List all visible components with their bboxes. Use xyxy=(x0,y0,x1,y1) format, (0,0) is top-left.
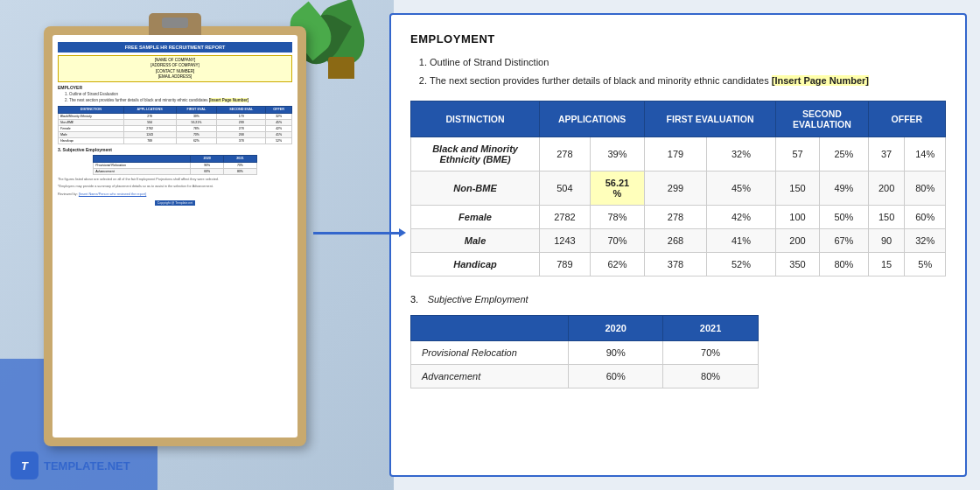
sub-section-header: 3. Subjective Employment xyxy=(410,290,946,306)
cell-distinction: Black and MinorityEthnicity (BME) xyxy=(411,136,540,171)
sub-employment-table: 2020 2021 Provisional Relocation 90% 70%… xyxy=(410,315,759,388)
list-item-1: Outline of Strand Distinction xyxy=(430,56,946,69)
right-panel: EMPLOYMENT Outline of Strand Distinction… xyxy=(389,13,967,477)
sub-section-title: Subjective Employment xyxy=(428,294,528,304)
employment-table: DISTINCTION APPLICATIONS FIRST EVALUATIO… xyxy=(410,101,946,276)
cell-app-pct: 62% xyxy=(590,252,644,276)
cell-app-count: 789 xyxy=(540,252,591,276)
cell-fe-pct: 41% xyxy=(706,228,775,252)
cell-se-pct: 67% xyxy=(819,228,868,252)
doc-subjective: 3. Subjective Employment xyxy=(58,147,292,152)
cell-offer-pct: 14% xyxy=(905,136,946,171)
col-distinction: DISTINCTION xyxy=(411,101,540,136)
table-row: Handicap 789 62% 378 52% 350 80% 15 5% xyxy=(411,252,946,276)
intro-list: Outline of Strand Distinction The next s… xyxy=(410,56,946,88)
doc-sub-table: 2020 2021 Provisional Relocation 90%70% … xyxy=(93,155,257,175)
doc-list-1: 1. Outline of Strand Evaluation xyxy=(65,92,292,97)
col-first-eval: FIRST EVALUATION xyxy=(645,101,776,136)
cell-se-pct: 49% xyxy=(819,171,868,205)
sub-cell-label: Provisional Relocation xyxy=(411,340,569,364)
cell-offer-count: 15 xyxy=(868,252,905,276)
cell-offer-pct: 5% xyxy=(905,252,946,276)
table-row: Female 2782 78% 278 42% 100 50% 150 60% xyxy=(411,205,946,228)
cell-se-count: 200 xyxy=(776,228,820,252)
cell-se-pct: 25% xyxy=(819,136,868,171)
cell-se-count: 150 xyxy=(776,171,820,205)
list-item-2-highlight: [Insert Page Number] xyxy=(772,75,869,86)
logo-icon: T xyxy=(10,452,38,480)
clipboard-clip xyxy=(149,13,201,35)
doc-small-text-2: *Employers may provide a summary of plac… xyxy=(58,185,292,189)
col-second-eval: SECONDEVALUATION xyxy=(776,101,869,136)
cell-fe-count: 179 xyxy=(645,136,707,171)
left-panel: FREE SAMPLE HR RECRUITMENT REPORT [NAME … xyxy=(0,0,394,490)
cell-distinction: Handicap xyxy=(411,252,540,276)
cell-fe-pct: 45% xyxy=(706,171,775,205)
sub-col-empty xyxy=(411,315,569,340)
cell-app-pct: 39% xyxy=(590,136,644,171)
doc-small-text-1: The figures listed above are selected on… xyxy=(58,178,292,182)
cell-app-pct: 78% xyxy=(590,205,644,228)
cell-offer-pct: 32% xyxy=(905,228,946,252)
cell-app-pct-highlight: 56.21% xyxy=(590,171,644,205)
list-item-2-text: The next section provides further detail… xyxy=(430,75,769,86)
sub-cell-2020-val: 90% xyxy=(569,340,663,364)
sub-col-2021: 2021 xyxy=(663,315,758,340)
cell-app-pct: 70% xyxy=(590,228,644,252)
cell-offer-count: 200 xyxy=(868,171,905,205)
table-row: Non-BME 504 56.21% 299 45% 150 49% 200 8… xyxy=(411,171,946,205)
cell-offer-pct: 80% xyxy=(905,171,946,205)
cell-offer-count: 150 xyxy=(868,205,905,228)
cell-fe-pct: 52% xyxy=(706,252,775,276)
list-item-2: The next section provides further detail… xyxy=(430,74,946,88)
cell-fe-count: 278 xyxy=(645,205,707,228)
logo-text: TEMPLATE.NET xyxy=(44,459,130,472)
cell-se-count: 350 xyxy=(776,252,820,276)
logo-area: T TEMPLATE.NET xyxy=(10,452,130,480)
sub-cell-label: Advancement xyxy=(411,364,569,388)
cell-se-pct: 50% xyxy=(819,205,868,228)
sub-cell-2021-val: 70% xyxy=(663,340,758,364)
cell-offer-pct: 60% xyxy=(905,205,946,228)
cell-app-count: 1243 xyxy=(540,228,591,252)
cell-distinction: Non-BME xyxy=(411,171,540,205)
section-title: EMPLOYMENT xyxy=(410,32,946,46)
logo-text-part2: .NET xyxy=(104,459,130,472)
cell-fe-count: 299 xyxy=(645,171,707,205)
doc-section-employer: EMPLOYER xyxy=(58,85,292,90)
sub-table-row: Provisional Relocation 90% 70% xyxy=(411,340,759,364)
col-offer: OFFER xyxy=(868,101,945,136)
table-row: Male 1243 70% 268 41% 200 67% 90 32% xyxy=(411,228,946,252)
doc-list-2: 2. The next section provides further det… xyxy=(65,98,292,103)
cell-app-count: 278 xyxy=(540,136,591,171)
doc-company-info: [NAME OF COMPANY][ADDRESS OF COMPANY][CO… xyxy=(58,55,292,82)
cell-offer-count: 90 xyxy=(868,228,905,252)
cell-se-pct: 80% xyxy=(819,252,868,276)
cell-app-count: 504 xyxy=(540,171,591,205)
col-applications: APPLICATIONS xyxy=(540,101,645,136)
cell-app-count: 2782 xyxy=(540,205,591,228)
doc-small-text-3: Reviewed by: [Insert Name/Person who rev… xyxy=(58,192,292,197)
sub-cell-2020-val: 60% xyxy=(569,364,663,388)
doc-title: FREE SAMPLE HR RECRUITMENT REPORT xyxy=(58,42,292,52)
table-row: Black and MinorityEthnicity (BME) 278 39… xyxy=(411,136,946,171)
cell-fe-count: 378 xyxy=(645,252,707,276)
cell-distinction: Male xyxy=(411,228,540,252)
cell-se-count: 100 xyxy=(776,205,820,228)
logo-text-part1: TEMPLATE xyxy=(44,459,104,472)
doc-footer: Copyright @ Template.net xyxy=(58,200,292,206)
sub-section-number: 3. xyxy=(410,294,418,304)
sub-table-row: Advancement 60% 80% xyxy=(411,364,759,388)
cell-offer-count: 37 xyxy=(868,136,905,171)
cell-fe-count: 268 xyxy=(645,228,707,252)
cell-se-count: 57 xyxy=(776,136,820,171)
cell-fe-pct: 42% xyxy=(706,205,775,228)
document-preview: FREE SAMPLE HR RECRUITMENT REPORT [NAME … xyxy=(52,35,298,438)
doc-main-table: DISTINCTION APPLI-CATIONS FIRST EVAL SEC… xyxy=(58,106,292,144)
cell-distinction: Female xyxy=(411,205,540,228)
cell-fe-pct: 32% xyxy=(706,136,775,171)
clipboard: FREE SAMPLE HR RECRUITMENT REPORT [NAME … xyxy=(44,26,306,446)
sub-col-2020: 2020 xyxy=(569,315,663,340)
sub-cell-2021-val: 80% xyxy=(663,364,758,388)
arrow-connector xyxy=(313,232,401,234)
